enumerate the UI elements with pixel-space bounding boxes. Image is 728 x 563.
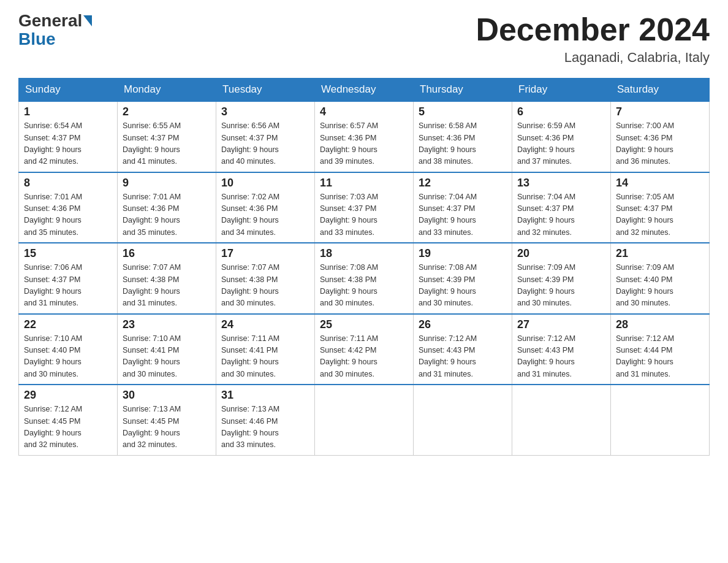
calendar-cell: 3Sunrise: 6:56 AMSunset: 4:37 PMDaylight… [216,101,315,172]
calendar-cell: 16Sunrise: 7:07 AMSunset: 4:38 PMDayligh… [118,243,216,314]
day-number: 23 [123,318,211,331]
calendar-cell: 31Sunrise: 7:13 AMSunset: 4:46 PMDayligh… [216,385,315,455]
calendar-cell: 14Sunrise: 7:05 AMSunset: 4:37 PMDayligh… [611,172,710,243]
calendar-cell: 2Sunrise: 6:55 AMSunset: 4:37 PMDaylight… [118,101,216,172]
day-number: 2 [123,105,211,118]
day-info: Sunrise: 7:10 AMSunset: 4:41 PMDaylight:… [123,333,211,381]
day-number: 25 [320,318,408,331]
calendar-cell: 23Sunrise: 7:10 AMSunset: 4:41 PMDayligh… [118,314,216,385]
day-info: Sunrise: 7:11 AMSunset: 4:41 PMDaylight:… [221,333,309,381]
header-monday: Monday [118,79,216,102]
day-number: 30 [123,389,211,402]
logo-general-text: General [18,12,82,29]
calendar-week-5: 29Sunrise: 7:12 AMSunset: 4:45 PMDayligh… [19,385,710,455]
day-number: 31 [221,389,309,402]
day-number: 17 [221,247,309,260]
day-number: 24 [221,318,309,331]
day-info: Sunrise: 7:07 AMSunset: 4:38 PMDaylight:… [123,262,211,310]
day-number: 9 [123,177,211,190]
day-number: 18 [320,247,408,260]
day-number: 4 [320,105,408,118]
calendar-cell: 7Sunrise: 7:00 AMSunset: 4:36 PMDaylight… [611,101,710,172]
calendar-cell: 18Sunrise: 7:08 AMSunset: 4:38 PMDayligh… [315,243,414,314]
day-info: Sunrise: 7:02 AMSunset: 4:36 PMDaylight:… [221,191,309,239]
day-number: 16 [123,247,211,260]
calendar-cell: 26Sunrise: 7:12 AMSunset: 4:43 PMDayligh… [414,314,512,385]
calendar-cell: 9Sunrise: 7:01 AMSunset: 4:36 PMDaylight… [118,172,216,243]
calendar-cell [611,385,710,455]
calendar-cell: 4Sunrise: 6:57 AMSunset: 4:36 PMDaylight… [315,101,414,172]
calendar-cell: 22Sunrise: 7:10 AMSunset: 4:40 PMDayligh… [19,314,118,385]
day-number: 1 [24,105,112,118]
day-info: Sunrise: 7:08 AMSunset: 4:38 PMDaylight:… [320,262,408,310]
day-info: Sunrise: 7:13 AMSunset: 4:45 PMDaylight:… [123,404,211,451]
day-info: Sunrise: 7:01 AMSunset: 4:36 PMDaylight:… [24,191,112,239]
calendar-cell: 25Sunrise: 7:11 AMSunset: 4:42 PMDayligh… [315,314,414,385]
day-info: Sunrise: 7:09 AMSunset: 4:40 PMDaylight:… [616,262,704,310]
day-info: Sunrise: 7:13 AMSunset: 4:46 PMDaylight:… [221,404,309,451]
calendar-cell: 10Sunrise: 7:02 AMSunset: 4:36 PMDayligh… [216,172,315,243]
day-info: Sunrise: 7:09 AMSunset: 4:39 PMDaylight:… [517,262,605,310]
day-info: Sunrise: 7:05 AMSunset: 4:37 PMDaylight:… [616,191,704,239]
day-number: 3 [221,105,309,118]
header-tuesday: Tuesday [216,79,315,102]
calendar-cell: 1Sunrise: 6:54 AMSunset: 4:37 PMDaylight… [19,101,118,172]
day-info: Sunrise: 6:54 AMSunset: 4:37 PMDaylight:… [24,120,112,168]
day-info: Sunrise: 6:59 AMSunset: 4:36 PMDaylight:… [517,120,605,168]
day-number: 29 [24,389,112,402]
day-info: Sunrise: 7:04 AMSunset: 4:37 PMDaylight:… [419,191,507,239]
calendar-cell: 6Sunrise: 6:59 AMSunset: 4:36 PMDaylight… [512,101,611,172]
day-info: Sunrise: 6:57 AMSunset: 4:36 PMDaylight:… [320,120,408,168]
calendar-week-4: 22Sunrise: 7:10 AMSunset: 4:40 PMDayligh… [19,314,710,385]
day-info: Sunrise: 7:00 AMSunset: 4:36 PMDaylight:… [616,120,704,168]
day-number: 13 [517,177,605,190]
day-info: Sunrise: 6:56 AMSunset: 4:37 PMDaylight:… [221,120,309,168]
location-text: Laganadi, Calabria, Italy [476,50,710,66]
header-friday: Friday [512,79,611,102]
day-info: Sunrise: 7:03 AMSunset: 4:37 PMDaylight:… [320,191,408,239]
day-number: 21 [616,247,704,260]
calendar-cell: 12Sunrise: 7:04 AMSunset: 4:37 PMDayligh… [414,172,512,243]
day-info: Sunrise: 7:04 AMSunset: 4:37 PMDaylight:… [517,191,605,239]
calendar-cell [414,385,512,455]
calendar-cell: 5Sunrise: 6:58 AMSunset: 4:36 PMDaylight… [414,101,512,172]
calendar-week-1: 1Sunrise: 6:54 AMSunset: 4:37 PMDaylight… [19,101,710,172]
calendar-cell: 19Sunrise: 7:08 AMSunset: 4:39 PMDayligh… [414,243,512,314]
calendar-cell: 20Sunrise: 7:09 AMSunset: 4:39 PMDayligh… [512,243,611,314]
day-number: 6 [517,105,605,118]
day-number: 5 [419,105,507,118]
calendar-cell [315,385,414,455]
day-number: 8 [24,177,112,190]
day-info: Sunrise: 6:55 AMSunset: 4:37 PMDaylight:… [123,120,211,168]
day-number: 10 [221,177,309,190]
header-sunday: Sunday [19,79,118,102]
day-info: Sunrise: 7:11 AMSunset: 4:42 PMDaylight:… [320,333,408,381]
title-block: December 2024 Laganadi, Calabria, Italy [476,12,710,66]
day-info: Sunrise: 7:12 AMSunset: 4:43 PMDaylight:… [419,333,507,381]
header-wednesday: Wednesday [315,79,414,102]
day-info: Sunrise: 7:10 AMSunset: 4:40 PMDaylight:… [24,333,112,381]
day-info: Sunrise: 7:12 AMSunset: 4:45 PMDaylight:… [24,404,112,451]
calendar-table: SundayMondayTuesdayWednesdayThursdayFrid… [18,78,710,456]
page-header: General Blue December 2024 Laganadi, Cal… [18,12,710,66]
day-number: 15 [24,247,112,260]
calendar-week-2: 8Sunrise: 7:01 AMSunset: 4:36 PMDaylight… [19,172,710,243]
calendar-header-row: SundayMondayTuesdayWednesdayThursdayFrid… [19,79,710,102]
day-number: 22 [24,318,112,331]
month-title: December 2024 [476,12,710,47]
calendar-cell: 30Sunrise: 7:13 AMSunset: 4:45 PMDayligh… [118,385,216,455]
logo: General Blue [18,12,92,48]
calendar-cell: 13Sunrise: 7:04 AMSunset: 4:37 PMDayligh… [512,172,611,243]
day-number: 19 [419,247,507,260]
calendar-cell: 15Sunrise: 7:06 AMSunset: 4:37 PMDayligh… [19,243,118,314]
header-thursday: Thursday [414,79,512,102]
calendar-cell: 27Sunrise: 7:12 AMSunset: 4:43 PMDayligh… [512,314,611,385]
logo-arrow-icon [83,15,92,26]
logo-blue-text: Blue [18,31,56,48]
day-number: 11 [320,177,408,190]
day-info: Sunrise: 7:06 AMSunset: 4:37 PMDaylight:… [24,262,112,310]
calendar-cell: 17Sunrise: 7:07 AMSunset: 4:38 PMDayligh… [216,243,315,314]
day-number: 20 [517,247,605,260]
calendar-cell: 29Sunrise: 7:12 AMSunset: 4:45 PMDayligh… [19,385,118,455]
day-info: Sunrise: 7:07 AMSunset: 4:38 PMDaylight:… [221,262,309,310]
